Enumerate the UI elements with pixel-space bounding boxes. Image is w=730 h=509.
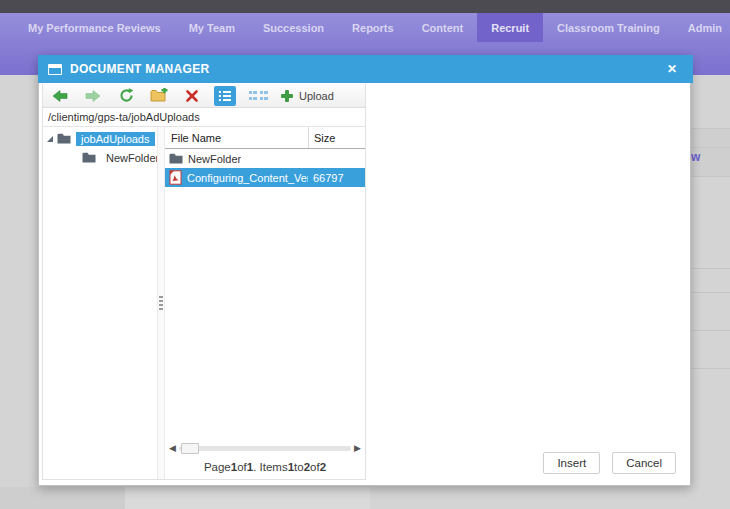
file-size-cell: 66797 bbox=[308, 172, 365, 184]
back-button[interactable] bbox=[49, 86, 71, 106]
back-arrow-icon bbox=[52, 88, 68, 104]
new-folder-icon bbox=[150, 88, 168, 103]
file-list-empty-area bbox=[165, 187, 365, 441]
upload-label: Upload bbox=[299, 90, 334, 102]
file-name-text: Configuring_Content_Vendor bbox=[187, 172, 308, 184]
nav-item-my-team[interactable]: My Team bbox=[175, 13, 249, 42]
top-nav: My Performance ReviewsMy TeamSuccessionR… bbox=[0, 13, 730, 42]
refresh-button[interactable] bbox=[115, 86, 137, 106]
scrollbar-thumb[interactable] bbox=[181, 443, 199, 454]
pager-segment: 2 bbox=[320, 461, 326, 473]
folder-tree: jobAdUploads NewFolder bbox=[43, 127, 157, 479]
bg-row-line bbox=[690, 176, 730, 177]
address-path: /clientimg/gps-ta/jobAdUploads bbox=[48, 111, 200, 123]
tree-node-root[interactable]: jobAdUploads bbox=[43, 129, 157, 148]
refresh-icon bbox=[118, 87, 135, 104]
insert-button[interactable]: Insert bbox=[543, 452, 600, 474]
delete-x-icon bbox=[185, 89, 199, 103]
file-name-cell: NewFolder bbox=[165, 153, 308, 165]
nav-item-my-performance-reviews[interactable]: My Performance Reviews bbox=[14, 13, 175, 42]
bg-row-line bbox=[690, 128, 730, 129]
folder-icon bbox=[57, 133, 71, 144]
upload-plus-icon bbox=[280, 89, 294, 103]
address-bar[interactable]: /clientimg/gps-ta/jobAdUploads bbox=[43, 108, 365, 127]
nav-item-recruit[interactable]: Recruit bbox=[477, 13, 543, 42]
tree-children: NewFolder bbox=[43, 148, 157, 167]
folder-icon bbox=[82, 152, 96, 163]
bg-bottom-band-light bbox=[125, 487, 370, 509]
dialog-footer: Insert Cancel bbox=[543, 452, 676, 474]
dialog-title: DOCUMENT MANAGER bbox=[70, 62, 661, 76]
nav-item-admin[interactable]: Admin bbox=[674, 13, 730, 42]
expander-icon[interactable] bbox=[47, 136, 53, 142]
pager-segment: . Items bbox=[253, 461, 288, 473]
grid-view-button[interactable] bbox=[247, 86, 269, 106]
grid-view-icon bbox=[249, 91, 268, 100]
nav-item-succession[interactable]: Succession bbox=[249, 13, 338, 42]
forward-arrow-icon bbox=[85, 88, 101, 104]
upload-button[interactable]: Upload bbox=[280, 89, 334, 103]
folder-icon bbox=[169, 153, 183, 164]
file-list-header: File Name Size bbox=[165, 127, 365, 149]
column-file-name[interactable]: File Name bbox=[165, 132, 308, 144]
file-manager: Upload /clientimg/gps-ta/jobAdUploads jo… bbox=[42, 84, 366, 480]
tree-node-child[interactable]: NewFolder bbox=[43, 148, 157, 167]
new-folder-button[interactable] bbox=[148, 86, 170, 106]
scroll-right-icon[interactable]: ▶ bbox=[354, 444, 361, 453]
nav-item-classroom-training[interactable]: Classroom Training bbox=[543, 13, 674, 42]
file-rows: NewFolderConfiguring_Content_Vendor66797 bbox=[165, 149, 365, 187]
panel-splitter[interactable] bbox=[157, 127, 165, 479]
bg-row-line bbox=[690, 292, 730, 293]
pager-segment: of bbox=[237, 461, 247, 473]
bg-row-line bbox=[690, 147, 730, 148]
document-manager-dialog: DOCUMENT MANAGER ✕ bbox=[38, 55, 691, 486]
tree-node-label[interactable]: NewFolder bbox=[101, 151, 157, 165]
window-icon bbox=[48, 64, 62, 75]
bg-bottom-band bbox=[0, 487, 125, 509]
file-row-pdf[interactable]: Configuring_Content_Vendor66797 bbox=[165, 168, 365, 187]
scrollbar-track[interactable] bbox=[179, 443, 351, 454]
list-view-icon bbox=[219, 91, 231, 101]
file-manager-panels: jobAdUploads NewFolder File Name Size Ne… bbox=[43, 127, 365, 479]
file-manager-toolbar: Upload bbox=[43, 84, 365, 108]
bg-row-line bbox=[690, 330, 730, 331]
bg-row-line bbox=[690, 368, 730, 369]
file-row-folder[interactable]: NewFolder bbox=[165, 149, 365, 168]
scroll-left-icon[interactable]: ◀ bbox=[169, 444, 176, 453]
close-icon[interactable]: ✕ bbox=[661, 60, 683, 78]
browser-top-strip bbox=[0, 0, 730, 13]
nav-item-content[interactable]: Content bbox=[408, 13, 478, 42]
file-name-text: NewFolder bbox=[188, 153, 241, 165]
dialog-titlebar: DOCUMENT MANAGER ✕ bbox=[38, 55, 693, 83]
forward-button[interactable] bbox=[82, 86, 104, 106]
pager-segment: of bbox=[310, 461, 320, 473]
file-name-cell: Configuring_Content_Vendor bbox=[165, 170, 308, 185]
column-size[interactable]: Size bbox=[308, 127, 365, 148]
list-view-button[interactable] bbox=[214, 86, 236, 106]
pager-segment: Page bbox=[204, 461, 231, 473]
horizontal-scrollbar[interactable]: ◀ ▶ bbox=[165, 441, 365, 455]
pager-segment: to bbox=[294, 461, 304, 473]
file-list: File Name Size NewFolderConfiguring_Cont… bbox=[165, 127, 365, 479]
cancel-button[interactable]: Cancel bbox=[612, 452, 676, 474]
bg-link-fragment: w bbox=[691, 150, 700, 164]
tree-node-label[interactable]: jobAdUploads bbox=[76, 132, 155, 146]
nav-item-reports[interactable]: Reports bbox=[338, 13, 408, 42]
pdf-file-icon bbox=[169, 170, 182, 185]
delete-button[interactable] bbox=[181, 86, 203, 106]
pager-status: Page 1 of 1. Items 1 to 2 of 2 bbox=[165, 455, 365, 479]
screen: My Performance ReviewsMy TeamSuccessionR… bbox=[0, 0, 730, 509]
splitter-grip-icon bbox=[159, 296, 163, 310]
bg-row-line bbox=[690, 268, 730, 269]
